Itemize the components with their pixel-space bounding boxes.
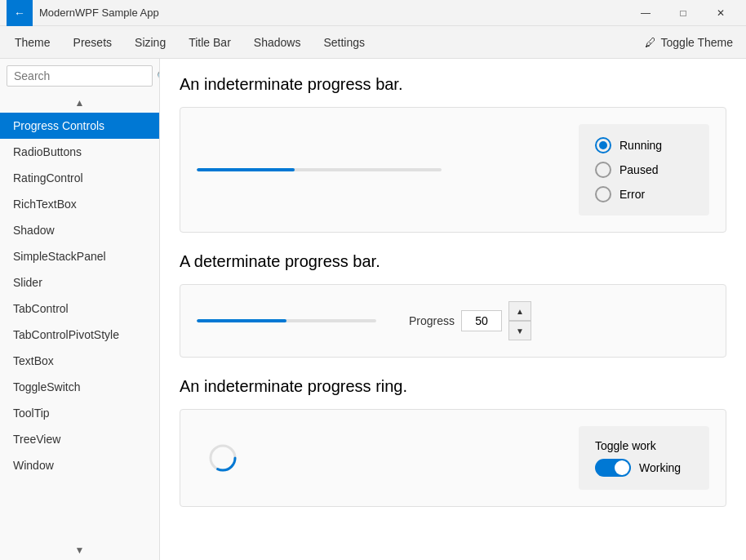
minimize-button[interactable]: — (627, 0, 664, 26)
menu-titlebar[interactable]: Title Bar (177, 33, 242, 52)
sidebar: 🔍 ▲ Progress ControlsRadioButtonsRatingC… (0, 59, 160, 560)
section-indeterminate-ring: An indeterminate progress ring. Toggle w… (180, 377, 726, 507)
ring-container (197, 432, 249, 484)
progress-spinner: ▲ ▼ (508, 301, 531, 340)
indeterminate-track (197, 168, 442, 171)
sidebar-item-radiobuttons[interactable]: RadioButtons (0, 139, 159, 165)
radio-paused-label: Paused (619, 163, 658, 176)
search-box[interactable]: 🔍 (7, 65, 153, 87)
sidebar-item-textbox[interactable]: TextBox (0, 348, 159, 374)
progress-down-button[interactable]: ▼ (508, 321, 531, 340)
progress-value[interactable]: 50 (461, 310, 502, 331)
progress-controls: Progress 50 ▲ ▼ (409, 301, 531, 340)
sidebar-list: Progress ControlsRadioButtonsRatingContr… (0, 113, 159, 540)
sidebar-item-toggleswitch[interactable]: ToggleSwitch (0, 374, 159, 400)
sidebar-item-tabcontrolpivotstyle[interactable]: TabControlPivotStyle (0, 322, 159, 348)
window-controls: — □ ✕ (627, 0, 739, 26)
radio-running-circle[interactable] (595, 137, 611, 153)
toggle-theme-icon: 🖊 (645, 36, 656, 49)
sidebar-item-simplestackpanel[interactable]: SimpleStackPanel (0, 243, 159, 269)
indeterminate-fill (197, 168, 295, 171)
radio-paused[interactable]: Paused (595, 162, 693, 178)
toggle-thumb (615, 460, 629, 475)
back-button[interactable]: ← (7, 0, 33, 26)
sidebar-item-ratingcontrol[interactable]: RatingControl (0, 165, 159, 191)
sidebar-item-tooltip[interactable]: ToolTip (0, 400, 159, 426)
state-radio-group: Running Paused Error (579, 124, 709, 216)
app-title: ModernWPF Sample App (39, 7, 627, 19)
section3-title: An indeterminate progress ring. (180, 377, 726, 396)
toggle-work-panel: Toggle work Working (579, 426, 709, 490)
ring-svg (206, 442, 239, 474)
sidebar-item-shadow[interactable]: Shadow (0, 217, 159, 243)
maximize-button[interactable]: □ (664, 0, 702, 26)
close-button[interactable]: ✕ (702, 0, 739, 26)
section-indeterminate-bar: An indeterminate progress bar. Running (180, 75, 726, 233)
determinate-fill (197, 319, 286, 322)
progress-ring (206, 442, 239, 474)
sidebar-item-window[interactable]: Window (0, 452, 159, 478)
toggle-theme-label: Toggle Theme (661, 36, 733, 49)
menu-sizing[interactable]: Sizing (123, 33, 177, 52)
toggle-switch[interactable] (595, 459, 631, 477)
determinate-bar-panel: Progress 50 ▲ ▼ (180, 284, 726, 358)
app-body: 🔍 ▲ Progress ControlsRadioButtonsRatingC… (0, 59, 746, 560)
title-bar: ← ModernWPF Sample App — □ ✕ (0, 0, 746, 26)
sidebar-scroll-down[interactable]: ▼ (0, 540, 159, 560)
sidebar-item-progress-controls[interactable]: Progress Controls (0, 113, 159, 139)
radio-running-dot (599, 141, 607, 149)
content-area: An indeterminate progress bar. Running (160, 59, 746, 560)
radio-running[interactable]: Running (595, 137, 693, 153)
sidebar-scroll-up[interactable]: ▲ (0, 93, 159, 113)
indeterminate-bar-panel: Running Paused Error (180, 107, 726, 233)
radio-error[interactable]: Error (595, 186, 693, 202)
toggle-value-label: Working (639, 461, 681, 474)
back-icon: ← (14, 7, 25, 20)
sidebar-item-treeview[interactable]: TreeView (0, 426, 159, 452)
toggle-theme-button[interactable]: 🖊 Toggle Theme (635, 33, 743, 52)
section1-title: An indeterminate progress bar. (180, 75, 726, 94)
menu-settings[interactable]: Settings (312, 33, 376, 52)
toggle-work-label: Toggle work (595, 439, 693, 452)
progress-up-button[interactable]: ▲ (508, 301, 531, 321)
toggle-row: Working (595, 459, 693, 477)
radio-running-label: Running (619, 139, 662, 152)
radio-paused-circle[interactable] (595, 162, 611, 178)
search-input[interactable] (14, 69, 157, 82)
section-determinate-bar: A determinate progress bar. Progress 50 … (180, 252, 726, 358)
radio-error-label: Error (619, 188, 645, 201)
progress-label: Progress (409, 314, 455, 327)
sidebar-item-tabcontrol[interactable]: TabControl (0, 296, 159, 322)
sidebar-item-richtextbox[interactable]: RichTextBox (0, 191, 159, 217)
section2-title: A determinate progress bar. (180, 252, 726, 271)
ring-panel: Toggle work Working (180, 409, 726, 507)
radio-error-circle[interactable] (595, 186, 611, 202)
sidebar-item-slider[interactable]: Slider (0, 269, 159, 296)
menu-shadows[interactable]: Shadows (242, 33, 313, 52)
indeterminate-bar-container (197, 168, 579, 171)
menu-bar: Theme Presets Sizing Title Bar Shadows S… (0, 26, 746, 59)
menu-theme[interactable]: Theme (3, 33, 62, 52)
determinate-track (197, 319, 376, 322)
menu-presets[interactable]: Presets (62, 33, 123, 52)
